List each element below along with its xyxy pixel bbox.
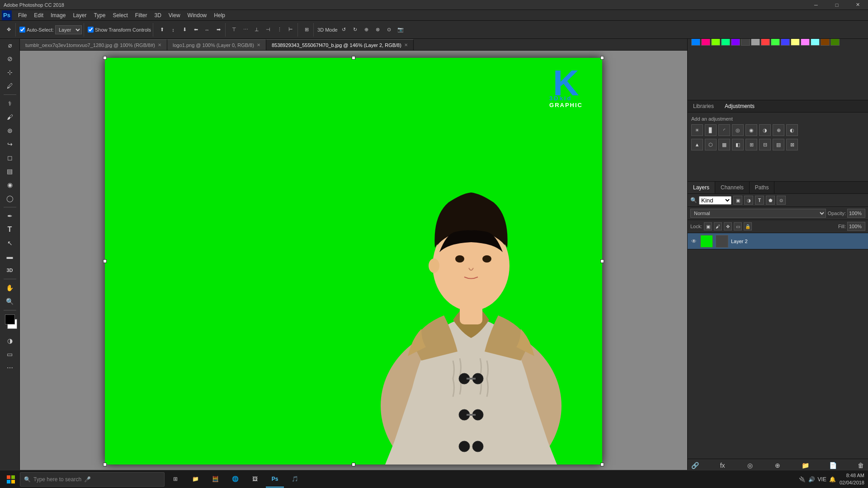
tab-channels[interactable]: Channels [715, 182, 750, 193]
screen-mode-toggle[interactable]: ▭ [3, 348, 17, 361]
adj-levels[interactable]: ▊ [705, 124, 717, 136]
filter-shape-btn[interactable]: ⬟ [766, 196, 775, 205]
filter-text-btn[interactable]: T [755, 196, 764, 205]
photoshop-taskbar-button[interactable]: Ps [266, 471, 284, 488]
3d-scale-icon[interactable]: ⊙ [384, 25, 394, 35]
menu-filter[interactable]: Filter [132, 10, 151, 21]
new-layer-icon[interactable]: 📄 [829, 461, 838, 470]
path-selection-tool[interactable]: ↖ [3, 237, 17, 249]
start-button[interactable] [4, 472, 18, 487]
3d-drag-icon[interactable]: ⊕ [362, 25, 372, 35]
foreground-color[interactable] [5, 314, 15, 324]
dist-vert-icon[interactable]: ⋯ [241, 25, 250, 35]
3d-tool[interactable]: 3D [3, 264, 17, 277]
tab-2[interactable]: logo1.png @ 100% (Layer 0, RGB/8) ✕ [167, 39, 266, 50]
lock-pixels-btn[interactable]: ▣ [704, 222, 712, 230]
tab-layers[interactable]: Layers [688, 182, 715, 193]
adj-exposure[interactable]: ◎ [732, 124, 744, 136]
move-tool-icon[interactable]: ✥ [4, 25, 14, 35]
filter-smart-btn[interactable]: ⊙ [777, 196, 786, 205]
adj-gradient-map[interactable]: ▤ [773, 139, 784, 150]
layer-mask-icon[interactable]: ◎ [745, 461, 755, 470]
adj-color-balance[interactable]: ⊕ [773, 124, 784, 136]
menu-3d[interactable]: 3D [151, 10, 165, 21]
3d-roll-icon[interactable]: ↻ [350, 25, 360, 35]
lock-position-btn[interactable]: ✥ [724, 222, 732, 230]
align-right-icon[interactable]: ➡ [213, 25, 223, 35]
auto-select-dropdown[interactable]: Layer Group [55, 25, 82, 34]
menu-layer[interactable]: Layer [69, 10, 90, 21]
tab-paths[interactable]: Paths [750, 182, 775, 193]
align-vert-center-icon[interactable]: ↕ [168, 25, 178, 35]
adj-channel-mixer[interactable]: ⬡ [705, 139, 717, 150]
quick-mask-toggle[interactable]: ◑ [3, 334, 17, 347]
tab-1-close[interactable]: ✕ [158, 42, 161, 47]
blend-mode-dropdown[interactable]: Normal Dissolve Darken Multiply Color Bu… [690, 209, 826, 218]
zoom-tool[interactable]: 🔍 [3, 295, 17, 308]
photos-button[interactable]: 🖼 [246, 471, 264, 488]
maximize-button[interactable]: □ [826, 0, 847, 10]
align-horiz-center-icon[interactable]: ↔ [202, 25, 212, 35]
dist-left-icon[interactable]: ⊣ [263, 25, 273, 35]
calculator-button[interactable]: 🧮 [206, 471, 224, 488]
crop-tool[interactable]: ⊹ [3, 66, 17, 79]
transform-handle-ml[interactable] [103, 259, 107, 263]
rectangle-shape-tool[interactable]: ▬ [3, 250, 17, 263]
lock-paint-btn[interactable]: 🖌 [714, 222, 722, 230]
history-brush-tool[interactable]: ↪ [3, 138, 17, 150]
browser-button[interactable]: 🌐 [226, 471, 244, 488]
menu-edit[interactable]: Edit [30, 10, 47, 21]
adj-bw[interactable]: ◐ [786, 124, 798, 136]
menu-image[interactable]: Image [47, 10, 69, 21]
close-button[interactable]: ✕ [847, 0, 868, 10]
volume-icon[interactable]: 🔊 [808, 476, 815, 483]
quick-select-tool[interactable]: ⊘ [3, 52, 17, 65]
clock[interactable]: 8:48 AM 02/04/2018 [840, 472, 864, 486]
adj-selective-color[interactable]: ⊠ [786, 139, 798, 150]
tab-2-close[interactable]: ✕ [257, 42, 260, 47]
menu-type[interactable]: Type [90, 10, 109, 21]
transform-handle-bl[interactable] [103, 463, 107, 466]
dodge-tool[interactable]: ◯ [3, 192, 17, 205]
fill-input[interactable] [847, 222, 865, 231]
filter-dropdown[interactable]: Kind Name Effect Mode Attribute Color [699, 196, 731, 205]
gradient-tool[interactable]: ▤ [3, 165, 17, 178]
layer-visibility-toggle[interactable]: 👁 [690, 238, 698, 245]
lock-artboard-btn[interactable]: ▭ [734, 222, 742, 230]
lock-all-btn[interactable]: 🔒 [744, 222, 752, 230]
menu-window[interactable]: Window [184, 10, 211, 21]
3d-slide-icon[interactable]: ⊗ [373, 25, 383, 35]
notification-icon[interactable]: 🔔 [829, 476, 836, 483]
transform-handle-tr[interactable] [600, 56, 604, 60]
lasso-tool[interactable]: ⌀ [3, 39, 17, 52]
tab-1[interactable]: tumblr_oexx7q3ev1tomxvuo7_1280.jpg @ 100… [20, 39, 167, 50]
menu-help[interactable]: Help [210, 10, 229, 21]
brush-tool[interactable]: 🖌 [3, 111, 17, 123]
tab-adjustments[interactable]: Adjustments [719, 100, 760, 112]
adj-photo-filter[interactable]: ▲ [691, 139, 703, 150]
adj-hue[interactable]: ◑ [759, 124, 771, 136]
opacity-input[interactable] [847, 209, 865, 218]
new-group-icon[interactable]: 📁 [801, 461, 810, 470]
task-view-button[interactable]: ⊞ [166, 471, 184, 488]
tab-libraries[interactable]: Libraries [688, 100, 719, 112]
auto-select-label[interactable]: Auto-Select: [19, 27, 54, 33]
adj-color-lookup[interactable]: ▦ [718, 139, 730, 150]
layer-fill-icon[interactable]: ⊕ [773, 461, 782, 470]
transform-handle-bm[interactable] [352, 463, 355, 466]
adj-brightness[interactable]: ☀ [691, 124, 703, 136]
pen-tool[interactable]: ✒ [3, 210, 17, 222]
dist-bottom-icon[interactable]: ⊥ [252, 25, 262, 35]
clone-stamp-tool[interactable]: ⊛ [3, 124, 17, 137]
3d-rotate-icon[interactable]: ↺ [339, 25, 349, 35]
align-top-icon[interactable]: ⬆ [157, 25, 167, 35]
menu-view[interactable]: View [165, 10, 184, 21]
auto-select-checkbox[interactable] [19, 27, 25, 33]
menu-select[interactable]: Select [109, 10, 131, 21]
filter-pixel-btn[interactable]: ▣ [733, 196, 742, 205]
hand-tool[interactable]: ✋ [3, 282, 17, 294]
dist-top-icon[interactable]: ⊤ [229, 25, 239, 35]
text-tool[interactable]: T [3, 223, 17, 236]
layer-link-icon[interactable]: 🔗 [690, 461, 699, 470]
microphone-icon[interactable]: 🎤 [84, 476, 91, 483]
